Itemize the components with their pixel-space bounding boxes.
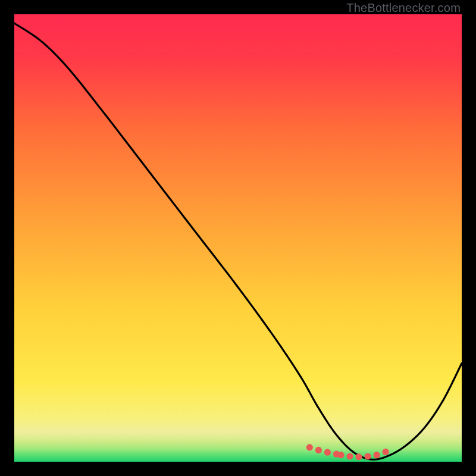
gradient-background <box>14 14 462 462</box>
data-marker <box>306 444 313 450</box>
data-marker <box>355 453 362 460</box>
data-marker <box>383 449 389 455</box>
chart-plot <box>14 14 462 462</box>
data-marker <box>324 449 331 456</box>
chart-frame <box>14 14 462 462</box>
data-marker <box>315 447 322 453</box>
data-marker <box>374 452 380 458</box>
data-marker <box>346 453 353 459</box>
data-marker <box>337 452 344 458</box>
data-marker <box>364 453 371 459</box>
watermark-label: TheBottlenecker.com <box>346 1 461 15</box>
chart-svg <box>14 14 462 462</box>
